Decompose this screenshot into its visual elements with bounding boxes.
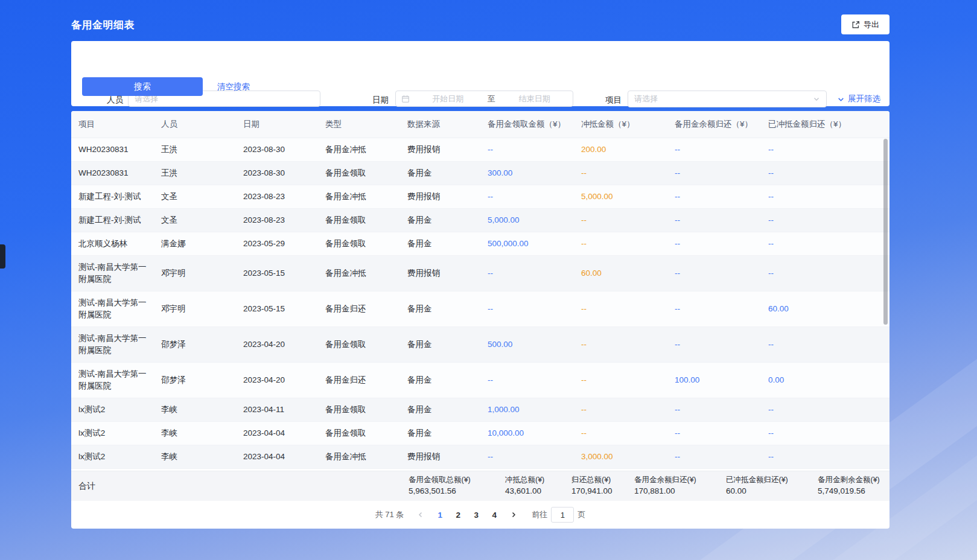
- cell-offset: --: [574, 298, 667, 320]
- project-filter-label: 项目: [605, 95, 622, 106]
- summary-item: 归还总额(¥) 170,941.00: [571, 475, 634, 497]
- cell-date: 2023-08-30: [236, 138, 318, 161]
- prev-page-button[interactable]: [413, 507, 428, 523]
- cell-date: 2023-08-30: [236, 162, 318, 185]
- cell-source: 费用报销: [400, 445, 480, 468]
- table-header-row: 项目 人员 日期 类型 数据来源 备用金领取金额（¥） 冲抵金额（¥） 备用金余…: [71, 111, 889, 138]
- cell-source: 备用金: [400, 298, 480, 320]
- clear-search-link[interactable]: 清空搜索: [217, 81, 250, 92]
- cell-offset: 60.00: [574, 262, 667, 285]
- cell-type: 备用金冲抵: [318, 138, 400, 161]
- export-icon: [851, 21, 860, 29]
- summary-item-label: 备用金剩余金额(¥): [818, 475, 886, 486]
- cell-offset: --: [574, 398, 667, 421]
- next-page-button[interactable]: [506, 507, 521, 523]
- table-row[interactable]: 北京顺义杨林 满金娜 2023-05-29 备用金领取 备用金 500,000.…: [71, 232, 889, 256]
- export-button[interactable]: 导出: [841, 14, 889, 34]
- cell-offset-return: --: [761, 138, 889, 161]
- column-header-date: 日期: [236, 119, 318, 130]
- start-date-input[interactable]: [410, 94, 486, 103]
- table-row[interactable]: 测试-南昌大学第一附属医院 邓宇明 2023-05-15 备用金归还 备用金 -…: [71, 291, 889, 327]
- cell-offset: 5,000.00: [574, 185, 667, 208]
- cell-type: 备用金冲抵: [318, 445, 400, 468]
- cell-type: 备用金领取: [318, 232, 400, 255]
- table-row[interactable]: 新建工程-刘-测试 文圣 2023-08-23 备用金领取 备用金 5,000.…: [71, 209, 889, 232]
- search-button[interactable]: 搜索: [82, 77, 203, 96]
- summary-item: 备用金余额归还(¥) 170,881.00: [634, 475, 726, 497]
- cell-person: 李峡: [154, 422, 236, 445]
- table-row[interactable]: 测试-南昌大学第一附属医院 邓宇明 2023-05-15 备用金冲抵 费用报销 …: [71, 256, 889, 291]
- cell-balance-return: --: [667, 398, 761, 421]
- project-select[interactable]: 请选择: [628, 91, 827, 107]
- vertical-scrollbar[interactable]: [883, 139, 888, 325]
- summary-item-label: 备用金余额归还(¥): [634, 475, 722, 486]
- cell-balance-return: --: [667, 298, 761, 320]
- cell-project: WH20230831: [71, 138, 154, 161]
- page-number[interactable]: 4: [486, 507, 503, 523]
- cell-date: 2023-04-20: [236, 333, 318, 356]
- cell-offset-return: --: [761, 422, 889, 445]
- cell-source: 费用报销: [400, 262, 480, 285]
- table-row[interactable]: 测试-南昌大学第一附属医院 邵梦泽 2023-04-20 备用金归还 备用金 -…: [71, 363, 889, 398]
- summary-item-value: 170,941.00: [571, 486, 631, 497]
- cell-offset: --: [574, 369, 667, 392]
- column-header-offset-return: 已冲抵金额归还（¥）: [761, 119, 889, 130]
- cell-offset-return: --: [761, 209, 889, 232]
- expand-filters-label: 展开筛选: [848, 94, 880, 104]
- cell-offset-return: --: [761, 185, 889, 208]
- summary-item: 备用金剩余金额(¥) 5,749,019.56: [818, 475, 889, 497]
- cell-date: 2023-04-20: [236, 369, 318, 392]
- cell-person: 王洪: [154, 138, 236, 161]
- cell-offset: --: [574, 162, 667, 185]
- cell-source: 备用金: [400, 369, 480, 392]
- side-drawer-handle[interactable]: [0, 244, 5, 269]
- cell-received: --: [480, 445, 574, 468]
- cell-source: 备用金: [400, 232, 480, 255]
- table-row[interactable]: WH20230831 王洪 2023-08-30 备用金领取 备用金 300.0…: [71, 162, 889, 185]
- table-row[interactable]: lx测试2 李峡 2023-04-11 备用金领取 备用金 1,000.00 -…: [71, 398, 889, 422]
- end-date-input[interactable]: [497, 94, 573, 103]
- pagination-total: 共 71 条: [375, 509, 404, 520]
- summary-item-label: 冲抵总额(¥): [505, 475, 568, 486]
- date-range-picker[interactable]: 至: [395, 91, 573, 107]
- cell-person: 邵梦泽: [154, 369, 236, 392]
- expand-filters-link[interactable]: 展开筛选: [837, 94, 880, 104]
- cell-date: 2023-08-23: [236, 209, 318, 232]
- goto-page-label: 前往: [532, 509, 547, 520]
- column-header-project: 项目: [71, 119, 154, 130]
- goto-page-input[interactable]: [551, 507, 574, 523]
- page-title: 备用金明细表: [71, 18, 135, 32]
- cell-received: --: [480, 185, 574, 208]
- table-row[interactable]: WH20230831 王洪 2023-08-30 备用金冲抵 费用报销 -- 2…: [71, 138, 889, 162]
- cell-received: --: [480, 369, 574, 392]
- cell-offset-return: --: [761, 445, 889, 468]
- summary-item: 备用金领取总额(¥) 5,963,501.56: [409, 475, 505, 497]
- page-number[interactable]: 2: [450, 507, 466, 523]
- cell-person: 邓宇明: [154, 298, 236, 320]
- cell-offset: --: [574, 422, 667, 445]
- cell-source: 备用金: [400, 422, 480, 445]
- cell-received: 10,000.00: [480, 422, 574, 445]
- cell-type: 备用金领取: [318, 398, 400, 421]
- page-number[interactable]: 3: [468, 507, 485, 523]
- cell-type: 备用金领取: [318, 209, 400, 232]
- cell-received: 300.00: [480, 162, 574, 185]
- cell-source: 备用金: [400, 209, 480, 232]
- table-row[interactable]: 测试-南昌大学第一附属医院 邵梦泽 2023-04-20 备用金领取 备用金 5…: [71, 327, 889, 363]
- goto-page-unit: 页: [578, 509, 585, 520]
- page-number[interactable]: 1: [431, 507, 448, 523]
- summary-total-label: 合计: [71, 481, 409, 492]
- table-row[interactable]: lx测试2 李峡 2023-04-04 备用金领取 备用金 10,000.00 …: [71, 422, 889, 445]
- cell-project: lx测试2: [71, 398, 154, 421]
- table-row[interactable]: 新建工程-刘-测试 文圣 2023-08-23 备用金冲抵 费用报销 -- 5,…: [71, 185, 889, 209]
- cell-received: 500.00: [480, 333, 574, 356]
- cell-balance-return: 100.00: [667, 369, 761, 392]
- cell-offset: 200.00: [574, 138, 667, 161]
- summary-item-label: 归还总额(¥): [571, 475, 631, 486]
- cell-type: 备用金领取: [318, 162, 400, 185]
- cell-offset-return: --: [761, 162, 889, 185]
- cell-person: 满金娜: [154, 232, 236, 255]
- data-table-panel: 项目 人员 日期 类型 数据来源 备用金领取金额（¥） 冲抵金额（¥） 备用金余…: [71, 111, 889, 529]
- table-row[interactable]: lx测试2 李峡 2023-04-04 备用金冲抵 费用报销 -- 3,000.…: [71, 445, 889, 469]
- cell-date: 2023-08-23: [236, 185, 318, 208]
